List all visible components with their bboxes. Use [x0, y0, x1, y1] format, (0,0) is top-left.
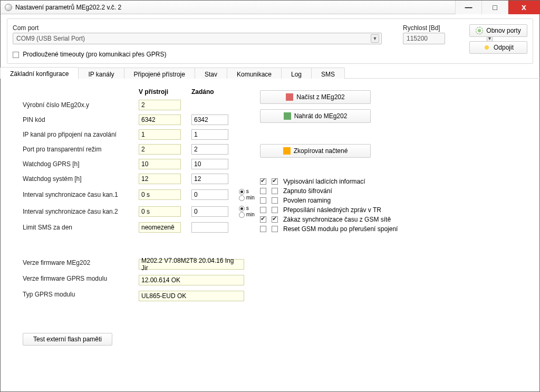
test-flash-button[interactable]: Test externí flash paměti	[23, 333, 112, 346]
config-tabs: Základní konfigurace IP kanály Připojené…	[0, 67, 540, 79]
titlebar: Nastavení parametrů MEg202.2 v.č. 2 — □ …	[1, 1, 539, 14]
gprs-type-value: UL865-EUD OK	[139, 291, 244, 301]
nosync-label: Zákaz synchronizace času z GSM sítě	[283, 216, 391, 223]
chevron-down-icon[interactable]: ▼	[371, 34, 379, 43]
refresh-icon	[476, 27, 483, 34]
serial-device: 2	[139, 100, 181, 110]
sync2-radio-min[interactable]	[239, 212, 245, 218]
tab-ip[interactable]: IP kanály	[78, 68, 124, 79]
tab-devices[interactable]: Připojené přístroje	[124, 68, 195, 79]
copy-icon	[283, 147, 291, 155]
tab-status[interactable]: Stav	[195, 68, 227, 79]
ipchan-input[interactable]: 1	[191, 129, 228, 140]
encrypt-dev-chk	[260, 188, 266, 194]
gprs-type-label: Typ GPRS modulu	[23, 291, 128, 301]
connection-panel: Com port ▼ Prodloužené timeouty (pro kom…	[7, 18, 533, 64]
forward-chk[interactable]	[272, 207, 278, 213]
fwgprs-label: Verze firmware GPRS modulu	[23, 275, 128, 285]
maximize-button[interactable]: □	[481, 1, 508, 14]
forward-label: Přeposílání následných zpráv v TR	[283, 206, 381, 214]
ipchan-label: IP kanál pro připojení na zavolání	[23, 131, 128, 138]
pin-input[interactable]: 6342	[191, 114, 228, 125]
nosync-chk[interactable]	[272, 216, 278, 223]
comport-select[interactable]: ▼	[13, 33, 382, 44]
roaming-chk[interactable]	[272, 197, 278, 204]
read-icon	[286, 93, 293, 101]
sync2-input[interactable]: 0	[191, 206, 228, 217]
sync1-label: Interval synchronizace času kan.1	[23, 191, 128, 198]
sync2-radio-s[interactable]	[239, 206, 245, 212]
sun-icon	[483, 44, 490, 51]
tab-comm[interactable]: Komunikace	[227, 68, 282, 79]
wdg-gprs-label: Watchdog GPRS [h]	[23, 160, 128, 168]
read-button[interactable]: Načíst z MEg202	[260, 90, 371, 104]
refresh-ports-button[interactable]: Obnov porty	[469, 24, 527, 37]
debug-label: Vypisování ladících informací	[283, 178, 365, 185]
disconnect-button[interactable]: Odpojit	[469, 41, 527, 54]
reset-dev-chk	[260, 226, 266, 232]
fw202-value: M202.2 V7.08M2T8 20.04.16 Ing Jir	[139, 259, 244, 270]
forward-dev-chk	[260, 207, 266, 213]
port-input[interactable]: 2	[191, 144, 228, 155]
sms-limit-input[interactable]	[191, 222, 228, 233]
sms-limit-label: Limit SMS za den	[23, 224, 128, 231]
copy-button[interactable]: Zkopírovat načtené	[260, 144, 371, 158]
wdg-sys-label: Watchdog systém [h]	[23, 175, 128, 183]
ext-timeout-checkbox[interactable]	[13, 52, 19, 58]
sync2-device: 0 s	[139, 206, 181, 217]
port-label: Port pro transparentní režim	[23, 146, 128, 153]
encrypt-chk[interactable]	[272, 188, 278, 194]
col-entered: Zadáno	[191, 88, 228, 95]
sms-limit-device: neomezeně	[139, 222, 181, 233]
comport-label: Com port	[13, 24, 387, 32]
app-icon	[5, 4, 12, 11]
sync1-device: 0 s	[139, 189, 181, 200]
port-device: 2	[139, 144, 181, 155]
sync1-radio-s[interactable]	[239, 189, 245, 195]
fw202-label: Verze firmware MEg202	[23, 259, 128, 270]
baud-select[interactable]: ▼	[403, 33, 445, 44]
reset-label: Reset GSM modulu po přerušení spojení	[283, 225, 398, 233]
roaming-dev-chk	[260, 197, 266, 204]
wdg-sys-input[interactable]: 12	[191, 174, 228, 184]
encrypt-label: Zapnuto šifrování	[283, 187, 332, 195]
ext-timeout-label: Prodloužené timeouty (pro komunikaci pře…	[23, 51, 166, 58]
roaming-label: Povolen roaming	[283, 197, 331, 204]
write-icon	[284, 112, 291, 120]
fwgprs-value: 12.00.614 OK	[139, 275, 244, 285]
serial-label: Výrobní číslo MEg20x.y	[23, 101, 128, 109]
ipchan-device: 1	[139, 129, 181, 140]
minimize-button[interactable]: —	[455, 1, 481, 14]
pin-device: 6342	[139, 114, 181, 125]
tab-log[interactable]: Log	[281, 68, 312, 79]
pin-label: PIN kód	[23, 116, 128, 123]
nosync-dev-chk	[260, 216, 266, 223]
write-button[interactable]: Nahrát do MEg202	[260, 109, 371, 123]
sync1-input[interactable]: 0	[191, 189, 228, 200]
tab-basic[interactable]: Základní konfigurace	[0, 67, 79, 79]
window-title: Nastavení parametrů MEg202.2 v.č. 2	[15, 4, 121, 11]
wdg-gprs-device: 10	[139, 159, 181, 169]
col-device: V přístroji	[139, 88, 181, 95]
debug-dev-chk	[260, 178, 266, 185]
basic-config-page: V přístroji Zadáno Výrobní číslo MEg20x.…	[7, 79, 533, 355]
wdg-gprs-input[interactable]: 10	[191, 159, 228, 169]
wdg-sys-device: 12	[139, 174, 181, 184]
sync2-label: Interval synchronizace času kan.2	[23, 208, 128, 215]
comport-value	[15, 34, 371, 43]
sync1-radio-min[interactable]	[239, 195, 245, 201]
debug-chk[interactable]	[272, 178, 278, 185]
baud-label: Rychlost [Bd]	[403, 24, 450, 32]
reset-chk[interactable]	[272, 226, 278, 232]
close-button[interactable]: x	[508, 1, 539, 14]
tab-sms[interactable]: SMS	[311, 68, 345, 79]
